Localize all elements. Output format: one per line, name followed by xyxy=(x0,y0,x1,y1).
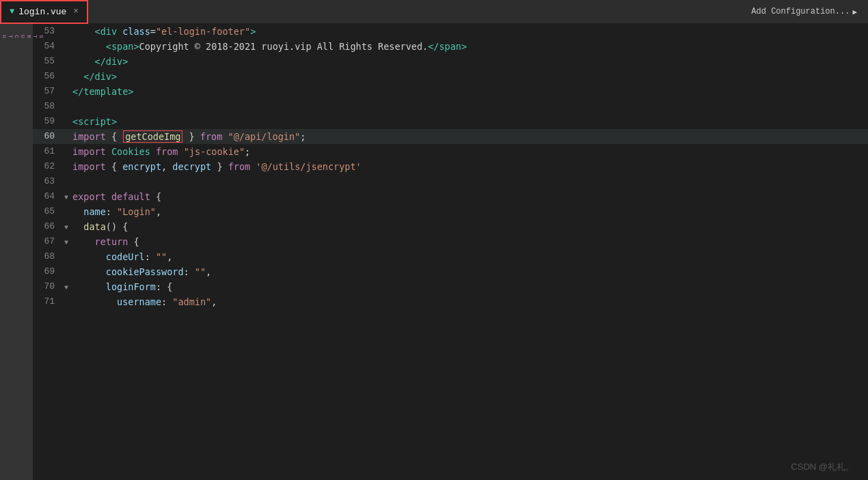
code-content: <script> xyxy=(72,114,868,129)
fold-gutter: ▼ xyxy=(60,234,72,249)
left-sidebar: STRUCTURE xyxy=(0,24,33,480)
code-token: </div> xyxy=(83,71,117,82)
table-row: 65 name: "Login", xyxy=(33,204,868,219)
code-token: > xyxy=(111,116,117,127)
code-token: , xyxy=(156,206,161,217)
fold-gutter xyxy=(60,129,72,144)
table-row: 68 codeUrl: "", xyxy=(33,249,868,264)
code-token: "el-login-footer" xyxy=(156,26,250,37)
table-row: 55 </div> xyxy=(33,54,868,69)
table-row: 69 cookiePassword: "", xyxy=(33,264,868,279)
code-token: () { xyxy=(106,221,128,232)
code-token: "js-cookie" xyxy=(184,146,245,157)
code-content: import { getCodeImg } from "@/api/login"… xyxy=(72,129,868,144)
code-token xyxy=(72,41,106,52)
code-token xyxy=(106,191,111,202)
code-token: : { xyxy=(156,281,172,292)
code-content: export default { xyxy=(72,189,868,204)
line-number: 65 xyxy=(33,204,60,219)
code-token: <span xyxy=(106,41,134,52)
code-token: > xyxy=(250,26,256,37)
table-row: 62import { encrypt, decrypt } from '@/ut… xyxy=(33,159,868,174)
code-token: data xyxy=(83,221,106,232)
code-token: </span> xyxy=(428,41,467,52)
code-token: } xyxy=(183,131,200,142)
fold-arrow-icon[interactable]: ▼ xyxy=(64,194,68,201)
code-token xyxy=(72,206,83,217)
line-number: 70 xyxy=(33,279,60,294)
code-content: data() { xyxy=(72,219,868,234)
code-token xyxy=(117,26,122,37)
code-content: cookiePassword: "", xyxy=(72,264,868,279)
fold-arrow-icon[interactable]: ▼ xyxy=(64,239,68,246)
code-token: from xyxy=(156,146,178,157)
code-token xyxy=(72,71,83,82)
code-content: <div class="el-login-footer"> xyxy=(72,24,868,39)
code-token: from xyxy=(200,131,223,142)
line-number: 67 xyxy=(33,234,60,249)
line-number: 64 xyxy=(33,189,60,204)
table-row: 61import Cookies from "js-cookie"; xyxy=(33,144,868,159)
table-row: 59<script> xyxy=(33,114,868,129)
fold-gutter: ▼ xyxy=(60,279,72,294)
table-row: 64▼export default { xyxy=(33,189,868,204)
code-token: : xyxy=(161,296,172,307)
table-row: 53 <div class="el-login-footer"> xyxy=(33,24,868,39)
line-number: 63 xyxy=(33,174,60,189)
code-token: "@/api/login" xyxy=(228,131,301,142)
add-config-label: Add Configuration... xyxy=(751,7,850,16)
fold-gutter xyxy=(60,84,72,99)
code-token xyxy=(72,251,106,262)
fold-gutter xyxy=(60,69,72,84)
code-token: > xyxy=(133,41,139,52)
line-number: 66 xyxy=(33,219,60,234)
table-row: 67▼ return { xyxy=(33,234,868,249)
code-token xyxy=(72,221,83,232)
table-row: 57</template> xyxy=(33,84,868,99)
code-token: "" xyxy=(195,266,206,277)
code-token: <script xyxy=(72,116,111,127)
code-token: Copyright © 2018-2021 ruoyi.vip All Righ… xyxy=(139,41,429,52)
code-content: <span>Copyright © 2018-2021 ruoyi.vip Al… xyxy=(72,39,868,54)
line-number: 53 xyxy=(33,24,60,39)
code-token: , xyxy=(206,266,211,277)
code-token xyxy=(72,236,95,247)
fold-gutter xyxy=(60,24,72,39)
code-content: import Cookies from "js-cookie"; xyxy=(72,144,868,159)
code-token: import xyxy=(72,146,106,157)
code-token: { xyxy=(150,191,161,202)
fold-gutter xyxy=(60,159,72,174)
watermark: CSDN @礼礼。 xyxy=(791,461,854,473)
line-number: 60 xyxy=(33,129,60,144)
table-row: 71 username: "admin", xyxy=(33,294,868,309)
fold-gutter xyxy=(60,204,72,219)
fold-gutter xyxy=(60,54,72,69)
table-row: 54 <span>Copyright © 2018-2021 ruoyi.vip… xyxy=(33,39,868,54)
code-token: from xyxy=(228,161,251,172)
code-token xyxy=(150,146,156,157)
code-token: , xyxy=(211,296,217,307)
code-content: loginForm: { xyxy=(72,279,868,294)
code-token: codeUrl xyxy=(106,251,145,262)
code-token: , xyxy=(161,161,172,172)
line-number: 68 xyxy=(33,249,60,264)
line-number: 71 xyxy=(33,294,60,309)
code-token: import xyxy=(72,131,106,142)
code-token xyxy=(72,26,95,37)
code-content xyxy=(72,174,868,189)
table-row: 63 xyxy=(33,174,868,189)
code-token: } xyxy=(211,161,228,172)
code-token: '@/utils/jsencrypt' xyxy=(256,161,361,172)
login-vue-tab[interactable]: ▼ login.vue × xyxy=(0,0,88,24)
code-token xyxy=(72,266,106,277)
line-number: 62 xyxy=(33,159,60,174)
code-token: ; xyxy=(300,131,306,142)
highlighted-token: getCodeImg xyxy=(123,130,182,143)
code-content: </div> xyxy=(72,69,868,84)
code-token xyxy=(72,281,106,292)
fold-arrow-icon[interactable]: ▼ xyxy=(64,224,68,231)
add-configuration-button[interactable]: Add Configuration... ▶ xyxy=(751,7,857,16)
tab-close-icon[interactable]: × xyxy=(73,7,78,16)
code-token: ; xyxy=(245,146,250,157)
fold-arrow-icon[interactable]: ▼ xyxy=(64,284,68,292)
